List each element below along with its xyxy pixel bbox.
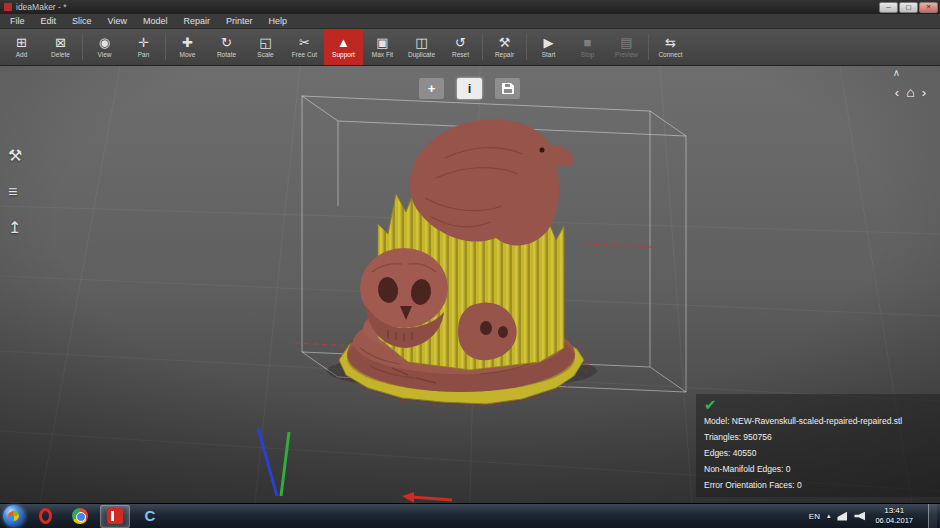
freecut-icon: ✂ <box>299 36 310 50</box>
toolbar-separator <box>526 34 527 60</box>
toolbar-rotate-button[interactable]: ↻Rotate <box>207 29 246 65</box>
model-info-panel: ✔ Model: NEW-Ravenskull-scaled-repaired-… <box>696 394 940 497</box>
toolbar-stop-button: ■Stop <box>568 29 607 65</box>
stop-icon: ■ <box>584 36 592 50</box>
model-info-button[interactable]: i <box>457 78 482 99</box>
toolbar-max-fit-button[interactable]: ▣Max Fit <box>363 29 402 65</box>
minimize-button[interactable]: ─ <box>879 2 898 13</box>
tray-date: 06.04.2017 <box>875 516 913 526</box>
support-icon: ▲ <box>337 36 350 50</box>
toolbar-label: Scale <box>257 51 273 58</box>
toolbar-label: Rotate <box>217 51 236 58</box>
ideamaker-window: ideaMaker - * ─ ▢ ✕ FileEditSliceViewMod… <box>0 0 940 528</box>
close-button[interactable]: ✕ <box>919 2 938 13</box>
prev-view-icon[interactable]: ‹ <box>895 85 899 100</box>
toolbar-scale-button[interactable]: ◱Scale <box>246 29 285 65</box>
menu-repair[interactable]: Repair <box>175 15 218 27</box>
toolbar-label: Add <box>16 51 28 58</box>
menubar: FileEditSliceViewModelRepairPrinterHelp <box>0 14 940 29</box>
network-icon[interactable] <box>837 512 847 521</box>
chrome-icon <box>72 508 88 524</box>
rotate-icon: ↻ <box>221 36 232 50</box>
viewport-3d[interactable]: ⚒ ≡ ↥ + i ∧ ‹ ⌂ › ✔ Model: NE <box>0 66 940 503</box>
toolbar-duplicate-button[interactable]: ◫Duplicate <box>402 29 441 65</box>
taskbar-app-opera[interactable] <box>30 505 60 528</box>
maximize-button[interactable]: ▢ <box>899 2 918 13</box>
toolbar-repair-button[interactable]: ⚒Repair <box>485 29 524 65</box>
toolbar-support-button[interactable]: ▲Support <box>324 29 363 65</box>
show-desktop-button[interactable] <box>928 504 937 528</box>
menu-printer[interactable]: Printer <box>218 15 261 27</box>
menu-help[interactable]: Help <box>260 15 295 27</box>
add-model-button[interactable]: + <box>419 78 444 99</box>
toolbar-label: Support <box>332 51 355 58</box>
home-view-icon[interactable]: ⌂ <box>906 84 914 100</box>
ideamaker-icon <box>107 508 123 524</box>
menu-file[interactable]: File <box>2 15 33 27</box>
preview-icon: ▤ <box>620 36 632 50</box>
add-icon: ⊞ <box>16 36 27 50</box>
wrench-icon[interactable]: ⚒ <box>8 146 22 165</box>
scale-icon: ◱ <box>259 36 271 50</box>
titlebar: ideaMaker - * ─ ▢ ✕ <box>0 0 940 14</box>
taskbar-app-ideamaker[interactable] <box>100 505 130 528</box>
taskbar-app-browser-c[interactable]: C <box>135 505 165 528</box>
toolbar-label: Delete <box>51 51 70 58</box>
reset-icon: ↺ <box>455 36 466 50</box>
toolbar-label: Free Cut <box>292 51 317 58</box>
export-icon[interactable]: ↥ <box>8 218 22 237</box>
toolbar-view-button[interactable]: ◉View <box>85 29 124 65</box>
view-navigator: ‹ ⌂ › <box>895 84 926 100</box>
hidden-icons-arrow[interactable]: ▴ <box>827 512 831 520</box>
menu-model[interactable]: Model <box>135 15 176 27</box>
toolbar-start-button[interactable]: ▶Start <box>529 29 568 65</box>
toolbar-free-cut-button[interactable]: ✂Free Cut <box>285 29 324 65</box>
tray-time: 13:41 <box>875 506 913 516</box>
info-line: Model: NEW-Ravenskull-scaled-repaired-re… <box>704 413 932 429</box>
toolbar-label: Stop <box>581 51 594 58</box>
menu-slice[interactable]: Slice <box>64 15 100 27</box>
volume-icon[interactable] <box>854 512 865 521</box>
save-button[interactable] <box>495 78 520 99</box>
duplicate-icon: ◫ <box>415 36 427 50</box>
info-line: Triangles: 950756 <box>704 429 932 445</box>
toolbar-reset-button[interactable]: ↺Reset <box>441 29 480 65</box>
list-icon[interactable]: ≡ <box>8 182 22 201</box>
app-icon <box>4 3 12 11</box>
browser-c-icon: C <box>145 508 156 524</box>
clock[interactable]: 13:41 06.04.2017 <box>872 506 916 526</box>
toolbar-label: Preview <box>615 51 638 58</box>
toolbar-label: Duplicate <box>408 51 435 58</box>
toolbar-add-button[interactable]: ⊞Add <box>2 29 41 65</box>
menu-edit[interactable]: Edit <box>33 15 65 27</box>
info-line: Edges: 40550 <box>704 445 932 461</box>
repair-icon: ⚒ <box>499 36 511 50</box>
toolbar-connect-button[interactable]: ⇆Connect <box>651 29 690 65</box>
next-view-icon[interactable]: › <box>922 85 926 100</box>
opera-icon <box>39 508 52 524</box>
toolbar-label: Connect <box>658 51 682 58</box>
collapse-panel-icon[interactable]: ∧ <box>893 67 900 78</box>
taskbar-app-chrome[interactable] <box>65 505 95 528</box>
info-line: Error Orientation Faces: 0 <box>704 477 932 493</box>
toolbar-move-button[interactable]: ✚Move <box>168 29 207 65</box>
connect-icon: ⇆ <box>665 36 676 50</box>
viewport-side-tools: ⚒ ≡ ↥ <box>8 146 22 237</box>
language-indicator[interactable]: EN <box>809 512 820 521</box>
pan-icon: ✛ <box>138 36 149 50</box>
window-title: ideaMaker - * <box>16 2 67 12</box>
menu-view[interactable]: View <box>100 15 135 27</box>
move-icon: ✚ <box>182 36 193 50</box>
view-icon: ◉ <box>99 36 110 50</box>
toolbar-pan-button[interactable]: ✛Pan <box>124 29 163 65</box>
toolbar-label: Pan <box>138 51 150 58</box>
save-disk-icon <box>501 82 515 95</box>
start-icon: ▶ <box>544 36 554 50</box>
toolbar-delete-button[interactable]: ⊠Delete <box>41 29 80 65</box>
check-icon: ✔ <box>704 397 932 413</box>
delete-icon: ⊠ <box>55 36 66 50</box>
toolbar: ⊞Add⊠Delete◉View✛Pan✚Move↻Rotate◱Scale✂F… <box>0 29 940 66</box>
info-line: Non-Manifold Edges: 0 <box>704 461 932 477</box>
system-tray: EN ▴ 13:41 06.04.2017 <box>809 504 940 528</box>
start-button[interactable] <box>3 505 25 527</box>
